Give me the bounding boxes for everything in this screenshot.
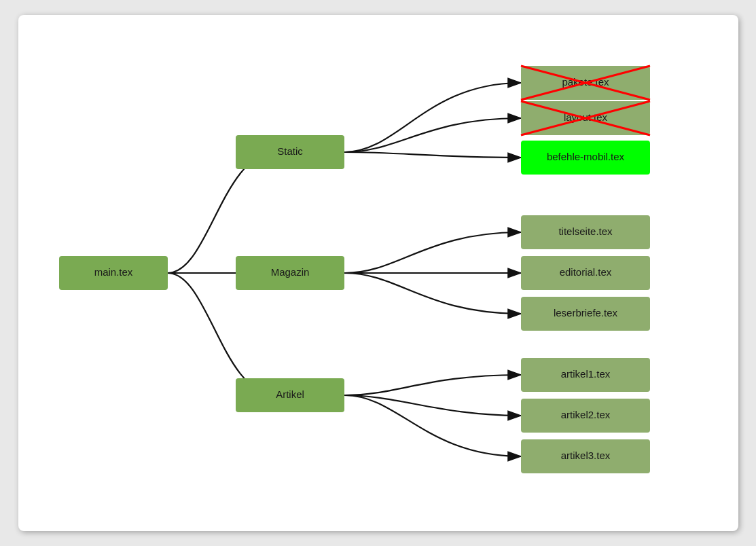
node-befehle-label: befehle-mobil.tex xyxy=(546,151,624,162)
node-titelseite-label: titelseite.tex xyxy=(558,225,613,237)
node-artikel2-label: artikel2.tex xyxy=(560,409,610,420)
node-magazin-label: Magazin xyxy=(270,266,309,278)
node-static-label: Static xyxy=(277,145,303,157)
node-leserbriefe-label: leserbriefe.tex xyxy=(553,307,617,318)
node-main-label: main.tex xyxy=(94,266,132,278)
node-artikel3-label: artikel3.tex xyxy=(560,450,610,461)
node-artikel-label: Artikel xyxy=(276,388,304,400)
diagram-card: main.tex Static Magazin Artikel pakete.t… xyxy=(18,15,738,531)
node-editorial-label: editorial.tex xyxy=(559,266,611,278)
node-artikel1-label: artikel1.tex xyxy=(560,368,610,380)
